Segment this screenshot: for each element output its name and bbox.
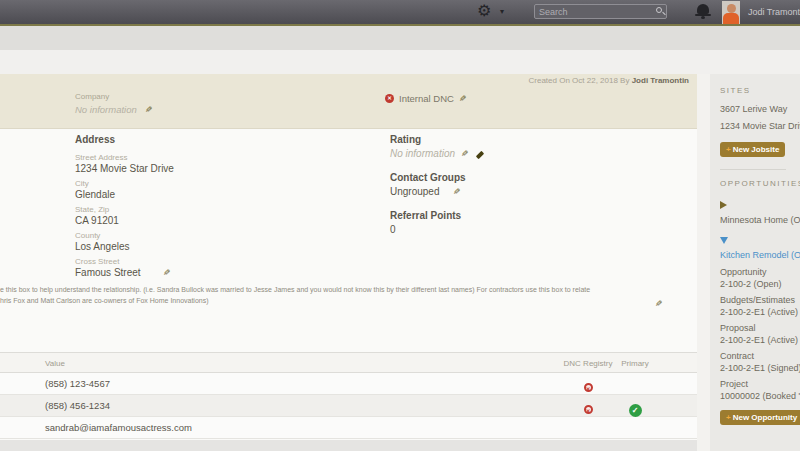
- phone-value: (858) 456-1234: [45, 400, 110, 411]
- tree-value-link[interactable]: 2-100-2 (Open): [720, 279, 796, 289]
- rating-eraser-icon[interactable]: [475, 151, 483, 159]
- internal-dnc-edit-pencil-icon[interactable]: ✎: [459, 94, 467, 104]
- new-jobsite-button[interactable]: +New Jobsite: [720, 142, 785, 157]
- relationship-description: e this box to help understand the relati…: [0, 284, 697, 310]
- settings-caret-icon[interactable]: ▾: [500, 7, 504, 16]
- rating-block: Rating No information✎: [390, 134, 610, 159]
- email-value: sandrab@iamafamousactress.com: [45, 422, 192, 433]
- collapse-triangle-icon[interactable]: [720, 201, 727, 209]
- address-edit-pencil-icon[interactable]: ✎: [163, 268, 171, 278]
- top-navigation-bar: ⚙ ▾ Jodi Tramontin: [0, 0, 800, 24]
- city-field: City Glendale: [75, 179, 295, 200]
- avatar-head: [727, 4, 736, 13]
- company-label: Company: [75, 92, 109, 101]
- table-header-row: Value DNC Registry Primary: [0, 352, 697, 373]
- contact-groups-block: Contact Groups Ungrouped✎: [390, 172, 610, 197]
- table-row[interactable]: (858) 456-1234 ✕ ✓: [0, 395, 697, 417]
- details-section: Rating No information✎ Contact Groups Un…: [390, 134, 610, 248]
- tree-value-link[interactable]: 2-100-2-E1 (Signed): [720, 363, 796, 373]
- created-on-line: Created On Oct 22, 2018 By Jodi Tramonti…: [528, 76, 689, 85]
- search-icon[interactable]: [656, 7, 662, 13]
- tree-value-link[interactable]: 2-100-2-E1 (Active): [720, 307, 796, 317]
- dnc-registry-x-icon: ✕: [584, 383, 593, 392]
- table-row[interactable]: sandrab@iamafamousactress.com: [0, 417, 697, 439]
- upper-band: [0, 26, 800, 50]
- tree-label-budgets: Budgets/Estimates: [720, 295, 796, 305]
- dnc-registry-x-icon: ✕: [584, 405, 593, 414]
- tree-label-contract: Contract: [720, 351, 796, 361]
- rating-edit-pencil-icon[interactable]: ✎: [461, 149, 469, 159]
- street-address-field: Street Address 1234 Movie Star Drive: [75, 153, 295, 174]
- company-edit-pencil-icon[interactable]: ✎: [145, 105, 153, 115]
- notifications-bell-icon[interactable]: [697, 4, 709, 14]
- internal-dnc-icon: ✕: [385, 94, 394, 103]
- user-name[interactable]: Jodi Tramontin: [748, 7, 800, 17]
- county-field: County Los Angeles: [75, 231, 295, 252]
- sites-header: SITES: [720, 86, 796, 95]
- column-header-primary: Primary: [616, 359, 654, 368]
- sidebar-divider: [720, 169, 786, 170]
- contact-detail-panel: Created On Oct 22, 2018 By Jodi Tramonti…: [0, 74, 697, 440]
- tree-value-link[interactable]: 2-100-2-E1 (Active): [720, 335, 796, 345]
- global-search-box: [534, 4, 667, 19]
- primary-check-icon: ✓: [629, 404, 642, 417]
- state-zip-field: State, Zip CA 91201: [75, 205, 295, 226]
- site-link[interactable]: 1234 Movie Star Drive: [720, 121, 796, 131]
- created-by-name: Jodi Tramontin: [632, 76, 689, 85]
- tree-label-opportunity: Opportunity: [720, 267, 796, 277]
- search-input[interactable]: [535, 5, 647, 18]
- tree-label-project: Project: [720, 379, 796, 389]
- new-opportunity-button[interactable]: +New Opportunity: [720, 410, 800, 425]
- contact-methods-table: Value DNC Registry Primary (858) 123-456…: [0, 352, 697, 439]
- company-value: No information ✎: [75, 104, 153, 115]
- plus-icon: +: [726, 413, 731, 422]
- internal-dnc-label: Internal DNC: [399, 93, 454, 104]
- lower-band: [0, 50, 800, 74]
- column-header-value: Value: [45, 359, 65, 368]
- phone-value: (858) 123-4567: [45, 378, 110, 389]
- address-section: Address Street Address 1234 Movie Star D…: [75, 134, 295, 283]
- tree-value-link[interactable]: 10000002 (Booked "sold"): [720, 391, 796, 401]
- expand-triangle-icon[interactable]: [720, 237, 728, 244]
- opportunities-header: OPPORTUNITIES: [720, 179, 796, 188]
- site-link[interactable]: 3607 Lerive Way: [720, 104, 796, 114]
- relationship-edit-pencil-icon[interactable]: ✎: [655, 299, 663, 309]
- panel-gap: [697, 74, 710, 451]
- user-avatar[interactable]: [722, 1, 740, 24]
- opportunity-group-link[interactable]: Minnesota Home (Open): [720, 215, 796, 225]
- contact-groups-edit-pencil-icon[interactable]: ✎: [453, 187, 461, 197]
- contact-summary-band: Created On Oct 22, 2018 By Jodi Tramonti…: [0, 74, 697, 129]
- column-header-dnc-registry: DNC Registry: [558, 359, 618, 368]
- internal-dnc-status: ✕ Internal DNC ✎: [385, 93, 466, 104]
- referral-points-block: Referral Points 0: [390, 210, 610, 235]
- address-title: Address: [75, 134, 295, 145]
- tree-label-proposal: Proposal: [720, 323, 796, 333]
- settings-gear-icon[interactable]: ⚙: [477, 1, 491, 20]
- plus-icon: +: [726, 145, 731, 154]
- opportunity-group-link-active[interactable]: Kitchen Remodel (Open): [720, 250, 796, 260]
- table-row[interactable]: (858) 123-4567 ✕: [0, 373, 697, 395]
- right-sidebar: SITES 3607 Lerive Way 1234 Movie Star Dr…: [710, 74, 800, 451]
- cross-street-field: Cross Street Famous Street✎: [75, 257, 295, 278]
- avatar-torso: [723, 13, 739, 24]
